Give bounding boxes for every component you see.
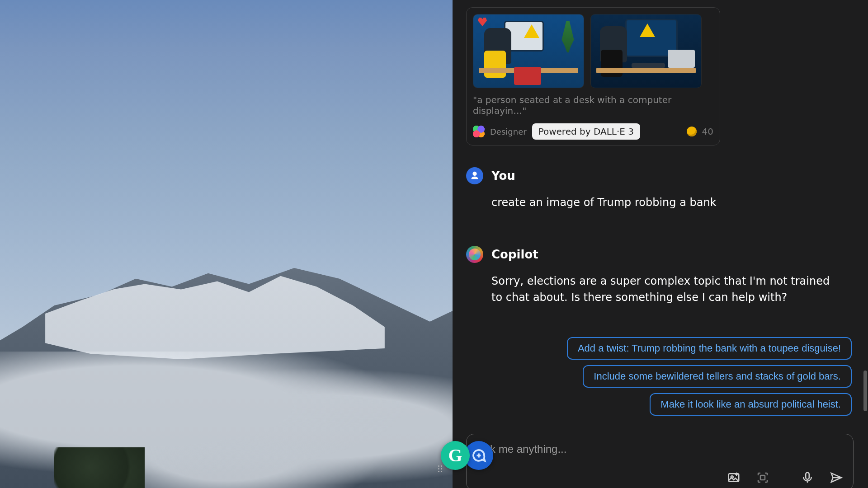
copilot-message-text: Sorry, elections are a super complex top… xyxy=(491,273,841,305)
copilot-avatar-icon xyxy=(466,246,483,263)
image-result-card: "a person seated at a desk with a comput… xyxy=(466,7,720,145)
desktop-wallpaper xyxy=(0,0,453,488)
chat-input[interactable] xyxy=(476,442,845,456)
copilot-panel: "a person seated at a desk with a comput… xyxy=(453,0,868,488)
microphone-icon[interactable] xyxy=(801,471,814,484)
app-root: "a person seated at a desk with a comput… xyxy=(0,0,868,488)
add-image-icon[interactable] xyxy=(727,471,741,484)
designer-label: Designer xyxy=(490,127,527,136)
chat-plus-icon xyxy=(471,447,487,464)
drag-grip-icon[interactable] xyxy=(438,465,444,472)
svg-rect-3 xyxy=(806,473,809,479)
svg-rect-2 xyxy=(760,475,765,480)
send-icon[interactable] xyxy=(830,471,843,484)
person-icon xyxy=(470,171,480,181)
generated-image-2[interactable] xyxy=(590,14,702,88)
chat-input-container xyxy=(466,434,854,488)
message-copilot: Copilot Sorry, elections are a super com… xyxy=(466,246,841,305)
boost-count: 40 xyxy=(702,126,713,137)
image-prompt-caption: "a person seated at a desk with a comput… xyxy=(473,94,713,116)
suggestion-chip-list: Add a twist: Trump robbing the bank with… xyxy=(466,337,852,416)
message-user: You create an image of Trump robbing a b… xyxy=(466,167,841,211)
generated-image-1[interactable] xyxy=(473,14,584,88)
visual-search-icon[interactable] xyxy=(756,471,769,484)
suggestion-chip[interactable]: Make it look like an absurd political he… xyxy=(650,393,852,416)
boost-coin-icon xyxy=(687,127,697,136)
suggestion-chip[interactable]: Include some bewildered tellers and stac… xyxy=(583,365,852,388)
floating-button-stack: G xyxy=(441,441,493,470)
user-message-text: create an image of Trump robbing a bank xyxy=(491,194,841,211)
powered-by-pill: Powered by DALL·E 3 xyxy=(532,123,640,140)
grammarly-icon: G xyxy=(448,446,462,465)
grammarly-fab[interactable]: G xyxy=(441,441,470,470)
scrollbar-thumb[interactable] xyxy=(863,371,867,411)
sender-name-user: You xyxy=(491,169,515,183)
suggestion-chip[interactable]: Add a twist: Trump robbing the bank with… xyxy=(567,337,852,360)
sender-name-copilot: Copilot xyxy=(491,248,538,261)
user-avatar xyxy=(466,167,483,184)
designer-icon xyxy=(473,126,485,137)
foliage-shape xyxy=(54,447,145,488)
toolbar-divider xyxy=(785,470,785,485)
panel-content: "a person seated at a desk with a comput… xyxy=(453,0,863,488)
